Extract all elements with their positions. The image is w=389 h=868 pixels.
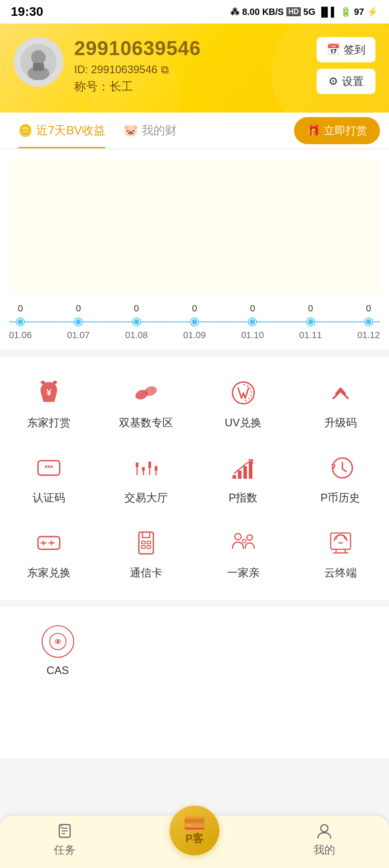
pindex-icon: [227, 452, 260, 484]
simcard-icon: [130, 527, 162, 559]
timeline-point: 0 01.09: [183, 303, 206, 340]
trading-icon: [130, 452, 162, 484]
timeline-point: 0 01.11: [299, 303, 322, 340]
svg-rect-19: [238, 471, 242, 479]
grid-row-2: *** 认证码 交易大厅: [0, 441, 389, 516]
status-time: 19:30: [11, 5, 43, 19]
grid-row-3: 东家兑换 通信卡: [0, 516, 389, 591]
nav-tasks[interactable]: 任务: [0, 822, 130, 857]
profile-title: 称号：长工: [74, 79, 317, 94]
menu-item-uv[interactable]: UV兑换: [194, 366, 292, 441]
hd-badge: HD: [286, 7, 300, 16]
chart-canvas: [9, 159, 380, 294]
checkin-button[interactable]: 📅 签到: [317, 37, 375, 62]
copy-icon[interactable]: ⧉: [161, 63, 169, 76]
svg-rect-18: [232, 475, 236, 479]
svg-rect-16: [148, 462, 151, 468]
profile-card: 29910639546 ID: 29910639546 ⧉ 称号：长工 📅 签到…: [0, 24, 389, 113]
svg-rect-15: [142, 467, 145, 471]
svg-rect-28: [147, 546, 151, 548]
exchange-icon: [33, 527, 65, 559]
settings-button[interactable]: ⚙ 设置: [317, 69, 375, 94]
timeline-point: 0 01.07: [67, 303, 90, 340]
double-icon: [130, 377, 162, 409]
battery-icon: 🔋: [340, 6, 351, 17]
point-dot: [249, 318, 256, 326]
nav-center[interactable]: P客: [130, 824, 260, 855]
card-icon: [184, 815, 205, 830]
profile-buttons: 📅 签到 ⚙ 设置: [317, 37, 375, 94]
chart-area: [0, 150, 389, 303]
donate-button[interactable]: 🎁 立即打赏: [294, 117, 380, 144]
battery-level: 97: [354, 7, 364, 17]
svg-rect-21: [249, 462, 252, 479]
chart-timeline: 0 01.06 0 01.07 0 01.08 0 01.09 0 01.10 …: [0, 303, 389, 349]
svg-point-29: [235, 533, 241, 540]
svg-point-31: [242, 539, 246, 543]
menu-item-reward[interactable]: ¥ 东家打赏: [0, 366, 97, 441]
signal-5g: 5G: [304, 7, 316, 17]
svg-rect-40: [185, 819, 204, 822]
avatar: [14, 37, 63, 87]
uv-icon: [227, 377, 260, 409]
menu-item-trading[interactable]: 交易大厅: [97, 441, 194, 516]
svg-point-30: [247, 535, 252, 540]
svg-text:***: ***: [44, 464, 53, 472]
point-dot: [17, 318, 24, 326]
tab-my-wealth[interactable]: 🐷 我的财: [114, 113, 186, 148]
piggy-icon: 🐷: [123, 123, 138, 137]
point-dot: [191, 318, 198, 326]
family-icon: [227, 527, 260, 559]
reward-icon: ¥: [33, 377, 65, 409]
svg-rect-26: [147, 541, 151, 544]
person-icon: [315, 822, 333, 840]
svg-rect-32: [331, 533, 351, 549]
svg-rect-24: [139, 532, 153, 554]
menu-item-history[interactable]: P币历史: [292, 441, 389, 516]
menu-item-pindex[interactable]: P指数: [194, 441, 292, 516]
svg-point-1: [31, 50, 46, 65]
svg-rect-20: [243, 466, 247, 479]
tasks-icon: [56, 822, 74, 840]
menu-item-upgrade[interactable]: 升级码: [292, 366, 389, 441]
menu-item-family[interactable]: 一家亲: [194, 516, 292, 591]
timeline-point: 0 01.12: [357, 303, 380, 340]
calendar-icon: 📅: [327, 43, 340, 56]
grid-menu: ¥ 东家打赏 双基数专区: [0, 357, 389, 600]
grid-row-1: ¥ 东家打赏 双基数专区: [0, 366, 389, 441]
cas-label: CAS: [47, 664, 69, 677]
svg-rect-25: [142, 541, 145, 544]
charging-icon: ⚡: [367, 6, 378, 17]
center-button[interactable]: P客: [170, 806, 219, 855]
menu-item-auth[interactable]: *** 认证码: [0, 441, 97, 516]
auth-icon: ***: [33, 452, 65, 484]
status-bar: 19:30 ⁂ 8.00 KB/S HD 5G ▐▌▌ 🔋 97 ⚡: [0, 0, 389, 24]
menu-item-simcard[interactable]: 通信卡: [97, 516, 194, 591]
bluetooth-icon: ⁂: [230, 6, 239, 17]
gift-icon: 🎁: [307, 124, 320, 137]
timeline-point: 0 01.08: [125, 303, 148, 340]
point-dot: [307, 318, 314, 326]
timeline-points: 0 01.06 0 01.07 0 01.08 0 01.09 0 01.10 …: [9, 303, 380, 340]
profile-name: 29910639546: [74, 37, 317, 60]
svg-rect-17: [155, 466, 157, 471]
svg-point-41: [321, 825, 328, 832]
timeline-point: 0 01.10: [241, 303, 264, 340]
svg-text:¥: ¥: [46, 387, 52, 397]
profile-info: 29910639546 ID: 29910639546 ⧉ 称号：长工: [74, 37, 317, 94]
menu-item-exchange[interactable]: 东家兑换: [0, 516, 97, 591]
tab-bv-income[interactable]: 🪙 近7天BV收益: [9, 113, 114, 148]
cas-icon: [42, 625, 74, 658]
status-icons: ⁂ 8.00 KB/S HD 5G ▐▌▌ 🔋 97 ⚡: [230, 6, 378, 17]
coin-hand-icon: 🪙: [18, 123, 33, 137]
history-icon: [324, 452, 357, 484]
svg-rect-27: [142, 546, 145, 548]
cloud-icon: [324, 527, 357, 559]
point-dot: [365, 318, 372, 326]
menu-item-double[interactable]: 双基数专区: [97, 366, 194, 441]
bottom-nav: 任务 P客 我的: [0, 816, 389, 868]
menu-item-cloud[interactable]: 云终端: [292, 516, 389, 591]
cas-item[interactable]: CAS: [9, 616, 106, 686]
svg-rect-3: [33, 63, 44, 71]
nav-mine[interactable]: 我的: [259, 822, 389, 857]
